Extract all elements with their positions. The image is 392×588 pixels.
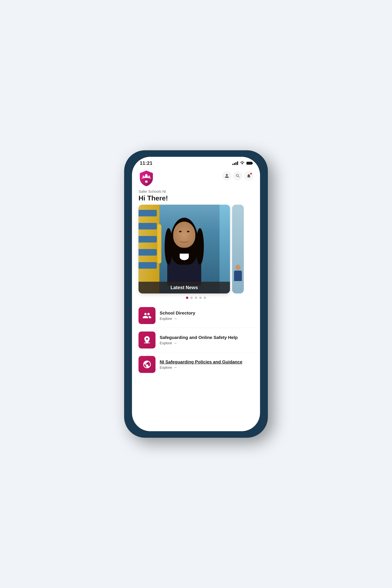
main-scroll-area[interactable]: Latest News <box>132 204 260 431</box>
search-button[interactable] <box>233 171 242 180</box>
header-actions <box>222 171 254 180</box>
svg-point-2 <box>148 176 150 177</box>
school-directory-explore: Explore → <box>160 316 254 321</box>
svg-point-1 <box>142 176 144 177</box>
phone-frame: 11:21 <box>124 150 268 438</box>
notification-badge <box>250 172 252 175</box>
carousel-card-peek[interactable] <box>232 204 244 294</box>
safeguarding-title: Safeguarding and Online Safety Help <box>160 335 254 340</box>
menu-item-policies[interactable]: NI Safeguarding Policies and Guidance Ex… <box>132 352 260 376</box>
safeguarding-explore: Explore → <box>160 341 254 345</box>
carousel-container[interactable]: Latest News <box>138 204 254 294</box>
greeting-title: Hi There! <box>138 194 254 202</box>
bus-scene <box>138 204 230 294</box>
policies-icon <box>142 360 152 369</box>
dot-5[interactable] <box>204 296 206 299</box>
carousel-section: Latest News <box>132 204 260 299</box>
battery-icon <box>246 162 252 165</box>
greeting-subtitle: Safer Schools NI <box>138 190 254 194</box>
phone-screen: 11:21 <box>132 157 260 431</box>
status-time: 11:21 <box>140 160 152 166</box>
policies-text: NI Safeguarding Policies and Guidance Ex… <box>160 359 254 370</box>
carousel-dots <box>138 296 254 299</box>
app-header <box>132 167 260 190</box>
header-logo-area <box>138 170 154 187</box>
status-icons <box>232 161 252 166</box>
school-directory-title: School Directory <box>160 310 254 316</box>
profile-button[interactable] <box>222 171 232 180</box>
carousel-label-1: Latest News <box>138 282 230 294</box>
dot-3[interactable] <box>195 296 197 299</box>
signal-icon <box>232 161 238 165</box>
greeting-section: Safer Schools NI Hi There! <box>132 190 260 204</box>
policies-arrow: → <box>174 366 177 370</box>
search-icon <box>236 174 240 178</box>
school-directory-text: School Directory Explore → <box>160 310 254 321</box>
carousel-label-text-1: Latest News <box>170 285 198 290</box>
dot-2[interactable] <box>190 296 193 299</box>
dot-1[interactable] <box>186 296 188 299</box>
safeguarding-icon <box>142 336 152 344</box>
person-icon <box>224 174 229 178</box>
policies-icon-box <box>138 356 156 373</box>
notification-button[interactable] <box>244 171 254 180</box>
menu-item-school-directory[interactable]: School Directory Explore → <box>132 304 260 328</box>
policies-explore: Explore → <box>160 366 254 370</box>
policies-title: NI Safeguarding Policies and Guidance <box>160 359 254 364</box>
school-directory-icon <box>142 311 152 320</box>
safeguarding-arrow: → <box>174 341 177 345</box>
safeguarding-text: Safeguarding and Online Safety Help Expl… <box>160 335 254 345</box>
safeguarding-icon-box <box>138 332 156 348</box>
school-directory-arrow: → <box>174 316 177 321</box>
girl-figure <box>162 218 206 286</box>
school-directory-icon-box <box>138 307 156 324</box>
carousel-card-1[interactable]: Latest News <box>138 204 230 294</box>
dot-4[interactable] <box>199 296 202 299</box>
app-logo <box>138 170 154 187</box>
menu-section: School Directory Explore → <box>132 302 260 378</box>
wifi-icon <box>240 161 244 166</box>
menu-item-safeguarding[interactable]: Safeguarding and Online Safety Help Expl… <box>132 328 260 352</box>
status-bar: 11:21 <box>132 157 260 167</box>
